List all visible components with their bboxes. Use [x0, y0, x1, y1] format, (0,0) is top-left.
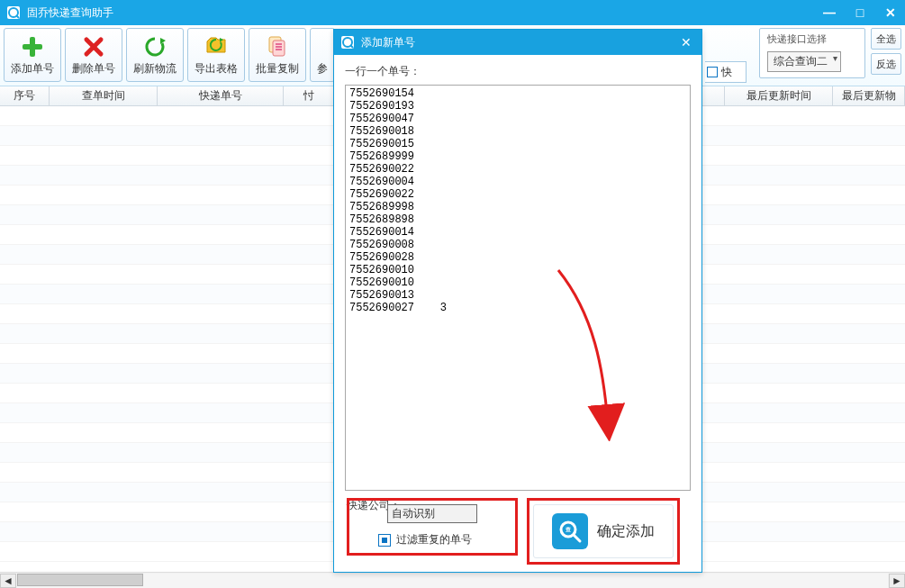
table-option-checkbox[interactable]	[707, 67, 718, 77]
courier-options-highlight: 自动识别 过滤重复的单号	[347, 498, 518, 556]
select-all-label: 全选	[876, 32, 896, 46]
scroll-left-button[interactable]: ◄	[0, 574, 16, 588]
add-tracking-button[interactable]: 添加单号	[4, 28, 61, 82]
svg-line-18	[574, 535, 580, 541]
window-minimize-button[interactable]: —	[820, 5, 838, 20]
grid-column-header[interactable]: 忖	[284, 86, 334, 105]
scroll-track[interactable]	[17, 574, 888, 588]
svg-rect-4	[23, 44, 42, 50]
dialog-icon	[339, 34, 356, 50]
grid-column-header[interactable]: 最后更新物	[833, 86, 905, 105]
copy-icon	[265, 34, 290, 59]
svg-rect-10	[273, 41, 285, 56]
dialog-close-button[interactable]: ✕	[676, 35, 696, 50]
window-close-button[interactable]: ✕	[882, 5, 900, 20]
delete-tracking-label: 删除单号	[72, 61, 115, 77]
courier-selected-value: 自动识别	[392, 507, 435, 520]
confirm-add-button[interactable]: 查 确定添加	[533, 504, 674, 558]
search-express-icon: 查	[552, 513, 588, 549]
window-controls: — □ ✕	[820, 5, 900, 20]
window-maximize-button[interactable]: □	[851, 5, 869, 20]
scroll-thumb[interactable]	[17, 574, 143, 586]
app-titlebar: 固乔快递查询助手 — □ ✕	[0, 0, 905, 25]
table-option-label: 快	[721, 65, 732, 80]
grid-column-header[interactable]: 序号	[0, 86, 50, 105]
export-button[interactable]: 导出表格	[187, 28, 245, 82]
dialog-body: 一行一个单号： 快递公司： 自动识别 过滤重复的单号	[334, 55, 701, 572]
confirm-highlight: 查 确定添加	[527, 498, 680, 565]
confirm-add-label: 确定添加	[597, 522, 655, 541]
add-tracking-label: 添加单号	[11, 61, 54, 77]
export-label: 导出表格	[195, 61, 238, 77]
refresh-button[interactable]: 刷新物流	[126, 28, 184, 82]
horizontal-scrollbar[interactable]: ◄ ►	[0, 572, 905, 588]
delete-icon	[81, 34, 106, 59]
invert-selection-label: 反选	[876, 58, 896, 71]
params-button-partial[interactable]: 参	[310, 28, 335, 82]
svg-text:查: 查	[565, 526, 571, 532]
dialog-titlebar: 添加新单号 ✕	[334, 30, 701, 55]
courier-company-dropdown[interactable]: 自动识别	[387, 504, 477, 523]
export-icon	[204, 34, 229, 59]
scroll-right-button[interactable]: ►	[889, 574, 905, 588]
app-title: 固乔快递查询助手	[27, 5, 820, 21]
delete-tracking-button[interactable]: 删除单号	[65, 28, 122, 82]
invert-selection-button[interactable]: 反选	[871, 53, 901, 75]
plus-icon	[20, 34, 45, 59]
add-tracking-dialog: 添加新单号 ✕ 一行一个单号： 快递公司： 自动识别 过滤重复的单号	[333, 29, 702, 573]
tracking-numbers-textarea[interactable]	[345, 85, 691, 491]
batch-copy-button[interactable]: 批量复制	[249, 28, 306, 82]
grid-column-header[interactable]: 快递单号	[158, 86, 284, 105]
refresh-label: 刷新物流	[133, 61, 176, 77]
interface-group-title: 快递接口选择	[767, 32, 857, 46]
app-icon	[5, 5, 22, 21]
params-label: 参	[317, 61, 328, 77]
grid-column-header[interactable]: 最后更新时间	[725, 86, 833, 105]
refresh-icon	[142, 34, 167, 59]
table-options-strip-partial: 快	[705, 61, 747, 83]
dialog-footer: 快递公司： 自动识别 过滤重复的单号	[345, 491, 691, 565]
tracking-input-label: 一行一个单号：	[345, 64, 691, 79]
filter-duplicates-checkbox[interactable]	[378, 534, 391, 547]
batch-copy-label: 批量复制	[256, 61, 299, 77]
interface-selected-value: 综合查询二	[774, 55, 828, 68]
dialog-title: 添加新单号	[361, 35, 676, 50]
filter-duplicates-label: 过滤重复的单号	[396, 532, 472, 547]
select-all-button[interactable]: 全选	[871, 28, 901, 50]
grid-column-header[interactable]: 查单时间	[50, 86, 158, 105]
interface-selector-group: 快递接口选择 综合查询二	[759, 28, 865, 78]
interface-dropdown[interactable]: 综合查询二	[767, 51, 841, 72]
